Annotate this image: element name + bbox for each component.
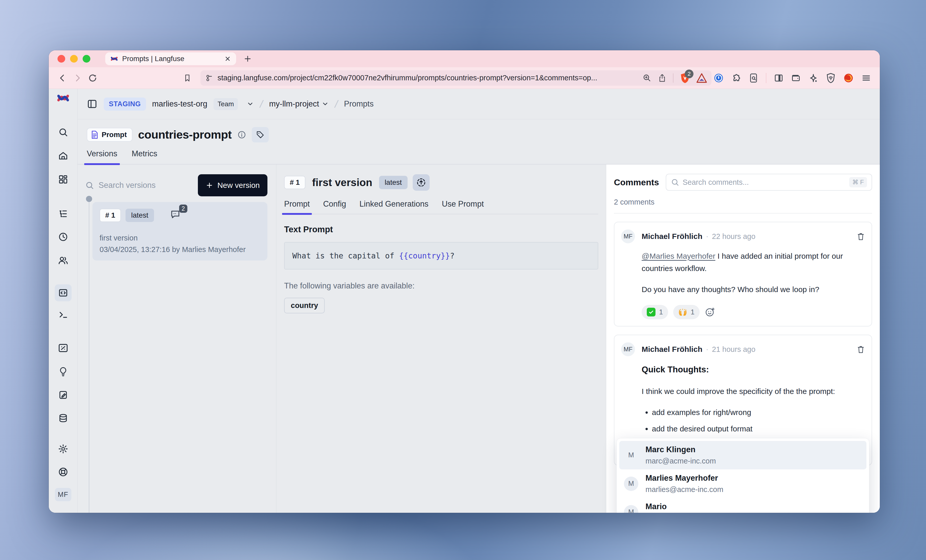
- versions-search-placeholder: Search versions: [98, 181, 156, 190]
- bookmark-icon[interactable]: [181, 71, 194, 85]
- sidebar-rail: MF: [49, 89, 77, 513]
- tab-linked-generations[interactable]: Linked Generations: [360, 200, 428, 214]
- org-chevron-down-icon[interactable]: [247, 100, 254, 107]
- mention-option[interactable]: M Mario mario@acme-inc.com: [619, 498, 867, 513]
- breadcrumb-project[interactable]: my-llm-project: [269, 99, 329, 109]
- versions-search-input[interactable]: Search versions: [85, 181, 198, 190]
- url-divider: [673, 73, 673, 83]
- site-settings-icon[interactable]: [205, 74, 213, 82]
- breadcrumb: STAGING marlies-test-org Team / my-llm-p…: [77, 89, 880, 120]
- detail-tabs: Prompt Config Linked Generations Use Pro…: [284, 200, 598, 214]
- comments-search-placeholder: Search comments...: [683, 178, 846, 186]
- browser-toolbar: staging.langfuse.com/project/cm22fk0w700…: [49, 67, 880, 89]
- reader-search-icon[interactable]: [749, 73, 758, 83]
- extensions-icon[interactable]: [731, 73, 741, 83]
- sessions-clock-icon[interactable]: [58, 232, 68, 242]
- home-icon[interactable]: [58, 151, 68, 160]
- ai-sparkle-icon[interactable]: [808, 73, 818, 83]
- reaction-check-pill[interactable]: 1: [642, 305, 668, 319]
- comments-bubble-icon[interactable]: 2: [170, 209, 181, 219]
- reload-button[interactable]: [86, 71, 99, 85]
- back-button[interactable]: [56, 71, 69, 85]
- comment-paragraph: Do you have any thoughts? Who should we …: [642, 283, 865, 296]
- vpn-shield-icon[interactable]: [826, 73, 836, 83]
- close-window-button[interactable]: [57, 55, 65, 63]
- latest-badge: latest: [126, 209, 154, 222]
- zoom-page-icon[interactable]: [643, 74, 651, 82]
- avatar: M: [624, 477, 638, 491]
- fullscreen-window-button[interactable]: [83, 55, 90, 63]
- brave-shield-icon[interactable]: 2: [680, 73, 690, 83]
- breadcrumb-section[interactable]: Prompts: [344, 99, 374, 109]
- breadcrumb-org[interactable]: marlies-test-org: [152, 99, 207, 109]
- project-chevron-down-icon: [322, 100, 329, 107]
- comments-count: 2 comments: [614, 198, 872, 206]
- share-icon[interactable]: [658, 74, 666, 82]
- datasets-icon[interactable]: [58, 390, 68, 400]
- environment-badge: STAGING: [104, 97, 146, 110]
- tab-config[interactable]: Config: [323, 200, 346, 214]
- tag-button[interactable]: [252, 127, 269, 142]
- comments-title: Comments: [614, 177, 659, 187]
- evaluation-icon[interactable]: [58, 344, 68, 353]
- prompt-text-suffix: ?: [450, 251, 454, 260]
- support-lifebuoy-icon[interactable]: [58, 467, 68, 477]
- sidebar-toggle-icon[interactable]: [87, 98, 98, 109]
- forward-button[interactable]: [71, 71, 84, 85]
- langfuse-app: MF STAGING marlies-test-org Team /: [49, 89, 880, 513]
- promote-version-button[interactable]: [413, 174, 430, 191]
- mention-dropdown: M Marc Klingen marc@acme-inc.com M Marli…: [616, 438, 869, 513]
- langfuse-favicon: [110, 55, 118, 63]
- user-avatar[interactable]: MF: [55, 488, 71, 501]
- sidebar-panel-icon[interactable]: [774, 73, 783, 83]
- comment-paragraph: @Marlies Mayerhofer I have added an init…: [642, 250, 865, 275]
- tab-prompt[interactable]: Prompt: [284, 200, 310, 214]
- avatar: M: [624, 505, 638, 513]
- delete-comment-icon[interactable]: [857, 345, 865, 354]
- sidebar-item-prompts[interactable]: [54, 285, 72, 301]
- comment-timestamp: 22 hours ago: [712, 232, 755, 241]
- minimize-window-button[interactable]: [70, 55, 78, 63]
- tab-use-prompt[interactable]: Use Prompt: [442, 200, 484, 214]
- add-reaction-icon[interactable]: [705, 307, 715, 317]
- avatar: MF: [621, 229, 635, 243]
- users-icon[interactable]: [58, 256, 68, 265]
- playground-terminal-icon[interactable]: [58, 310, 68, 319]
- delete-comment-icon[interactable]: [857, 232, 865, 241]
- comment-paragraph: I think we could improve the specificity…: [642, 385, 865, 398]
- text-prompt-heading: Text Prompt: [284, 225, 598, 234]
- wallet-icon[interactable]: [791, 73, 801, 83]
- new-tab-button[interactable]: [243, 54, 252, 63]
- info-icon[interactable]: [238, 130, 246, 139]
- new-version-button[interactable]: New version: [198, 174, 268, 196]
- comments-search-input[interactable]: Search comments... ⌘ F: [666, 174, 872, 191]
- mention-option[interactable]: M Marc Klingen marc@acme-inc.com: [619, 441, 867, 469]
- url-text[interactable]: staging.langfuse.com/project/cm22fk0w700…: [217, 74, 639, 82]
- tab-metrics[interactable]: Metrics: [132, 149, 157, 164]
- lightbulb-icon[interactable]: [59, 366, 68, 377]
- tracing-icon[interactable]: [58, 209, 68, 219]
- org-role-badge[interactable]: Team: [213, 98, 238, 110]
- brave-rewards-icon[interactable]: [696, 73, 707, 83]
- mention-option[interactable]: M Marlies Mayerhofer marlies@acme-inc.co…: [619, 469, 867, 498]
- password-manager-icon[interactable]: [714, 73, 724, 83]
- firefox-swirl-icon[interactable]: [843, 73, 853, 83]
- search-icon[interactable]: [58, 127, 68, 137]
- breadcrumb-separator: /: [334, 98, 339, 110]
- browser-tab[interactable]: Prompts | Langfuse: [105, 52, 236, 65]
- comments-panel: Comments Search comments... ⌘ F 2 commen…: [606, 165, 880, 513]
- avatar: MF: [621, 342, 635, 356]
- settings-gear-icon[interactable]: [58, 444, 68, 454]
- reaction-count: 1: [691, 308, 694, 316]
- tab-versions[interactable]: Versions: [87, 149, 117, 164]
- search-icon: [671, 178, 679, 186]
- database-icon[interactable]: [58, 413, 68, 423]
- version-list-item[interactable]: # 1 latest 2 first version 03/04/2025, 1…: [92, 202, 268, 260]
- url-bar[interactable]: staging.langfuse.com/project/cm22fk0w700…: [200, 70, 711, 86]
- menu-icon[interactable]: [861, 73, 871, 83]
- reaction-hands-pill[interactable]: 1: [673, 305, 700, 319]
- close-tab-icon[interactable]: [224, 55, 231, 62]
- check-mark-emoji: [647, 308, 655, 316]
- dashboards-icon[interactable]: [58, 174, 68, 184]
- mention-link[interactable]: @Marlies Mayerhofer: [642, 252, 715, 260]
